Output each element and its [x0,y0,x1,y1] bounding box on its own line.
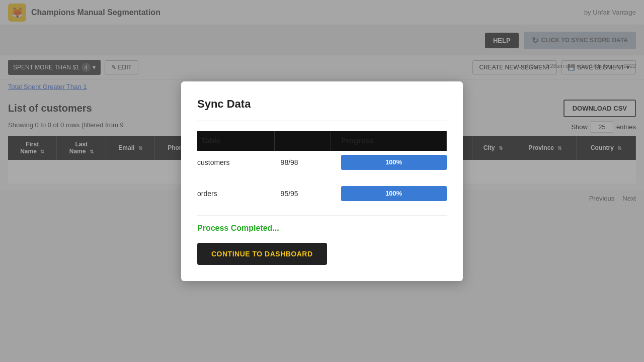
modal-orders-count: 95/95 [275,182,331,205]
customers-progress-bar: 100% [341,155,447,170]
modal-spacer-row [197,174,447,182]
process-complete-text: Process Completed... [197,224,447,233]
modal-divider [197,121,447,121]
modal-overlay: Sync Data Table Progress customers 98/98… [0,0,644,362]
modal-orders-progress-cell: 100% [331,182,447,205]
modal-table-header: Table Progress [197,131,447,151]
modal-customers-label: customers [197,151,275,174]
modal-table: Table Progress customers 98/98 100% orde… [197,131,447,205]
modal-row-customers: customers 98/98 100% [197,151,447,174]
continue-dashboard-button[interactable]: CONTINUE TO DASHBOARD [197,243,327,265]
modal-col-table: Table [197,131,275,151]
modal-col-progress: Progress [331,131,447,151]
orders-progress-bar: 100% [341,186,447,201]
modal-col-count [275,131,331,151]
modal-customers-count: 98/98 [275,151,331,174]
sync-modal: Sync Data Table Progress customers 98/98… [181,81,463,281]
modal-title: Sync Data [197,98,447,111]
modal-customers-progress-cell: 100% [331,151,447,174]
modal-bottom-divider [197,215,447,216]
modal-orders-label: orders [197,182,275,205]
modal-row-orders: orders 95/95 100% [197,182,447,205]
